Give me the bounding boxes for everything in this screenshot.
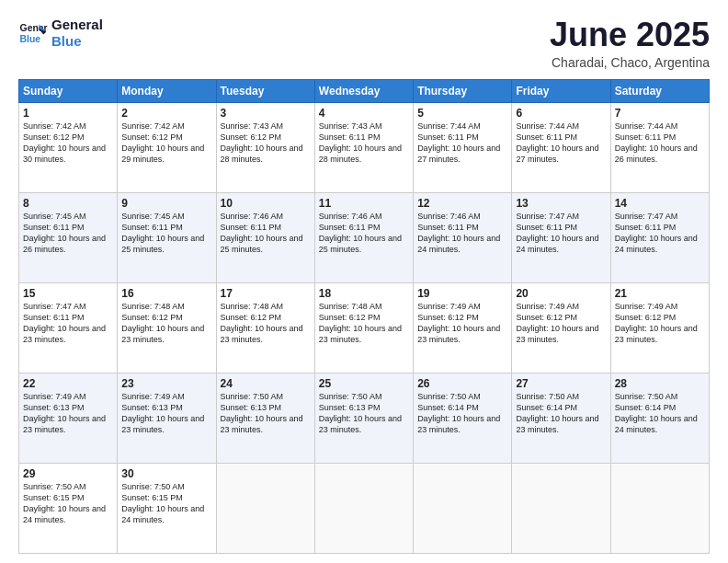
day-number: 2 <box>121 107 211 120</box>
day-info: Sunrise: 7:50 AMSunset: 6:14 PMDaylight:… <box>516 392 598 434</box>
day-number: 13 <box>516 197 606 210</box>
day-info: Sunrise: 7:50 AMSunset: 6:14 PMDaylight:… <box>615 392 698 434</box>
calendar-day-cell: 10Sunrise: 7:46 AMSunset: 6:11 PMDayligh… <box>216 192 314 282</box>
logo-icon: General Blue <box>18 18 48 48</box>
calendar-header-cell: Sunday <box>19 79 118 102</box>
day-number: 15 <box>23 287 113 300</box>
day-number: 12 <box>417 197 507 210</box>
calendar-day-cell: 7Sunrise: 7:44 AMSunset: 6:11 PMDaylight… <box>610 102 709 192</box>
calendar-day-cell <box>414 463 512 553</box>
calendar-day-cell: 19Sunrise: 7:49 AMSunset: 6:12 PMDayligh… <box>414 282 512 373</box>
calendar-day-cell: 3Sunrise: 7:43 AMSunset: 6:12 PMDaylight… <box>216 102 314 192</box>
calendar-body: 1Sunrise: 7:42 AMSunset: 6:12 PMDaylight… <box>19 102 710 553</box>
calendar-week-row: 22Sunrise: 7:49 AMSunset: 6:13 PMDayligh… <box>19 373 710 463</box>
title-block: June 2025 Charadai, Chaco, Argentina <box>550 17 710 70</box>
calendar-day-cell: 22Sunrise: 7:49 AMSunset: 6:13 PMDayligh… <box>19 373 118 463</box>
day-info: Sunrise: 7:47 AMSunset: 6:11 PMDaylight:… <box>23 302 106 344</box>
day-info: Sunrise: 7:50 AMSunset: 6:15 PMDaylight:… <box>23 482 106 524</box>
day-number: 28 <box>615 377 705 390</box>
day-number: 6 <box>516 107 606 120</box>
day-info: Sunrise: 7:45 AMSunset: 6:11 PMDaylight:… <box>23 212 106 254</box>
calendar-header-cell: Thursday <box>414 79 512 102</box>
calendar-header-cell: Tuesday <box>216 79 314 102</box>
day-number: 20 <box>516 287 606 300</box>
calendar-day-cell: 26Sunrise: 7:50 AMSunset: 6:14 PMDayligh… <box>414 373 512 463</box>
day-info: Sunrise: 7:50 AMSunset: 6:13 PMDaylight:… <box>319 392 402 434</box>
logo-blue: Blue <box>51 33 103 50</box>
day-info: Sunrise: 7:49 AMSunset: 6:12 PMDaylight:… <box>516 302 598 344</box>
day-number: 22 <box>23 377 113 390</box>
calendar-week-row: 1Sunrise: 7:42 AMSunset: 6:12 PMDaylight… <box>19 102 710 192</box>
day-number: 16 <box>121 287 211 300</box>
day-info: Sunrise: 7:48 AMSunset: 6:12 PMDaylight:… <box>319 302 402 344</box>
calendar-day-cell: 14Sunrise: 7:47 AMSunset: 6:11 PMDayligh… <box>610 192 709 282</box>
day-info: Sunrise: 7:44 AMSunset: 6:11 PMDaylight:… <box>417 121 500 164</box>
day-info: Sunrise: 7:49 AMSunset: 6:13 PMDaylight:… <box>121 392 204 434</box>
day-number: 8 <box>23 197 113 210</box>
day-info: Sunrise: 7:43 AMSunset: 6:11 PMDaylight:… <box>319 121 402 164</box>
calendar-header-row: SundayMondayTuesdayWednesdayThursdayFrid… <box>19 79 710 102</box>
day-info: Sunrise: 7:45 AMSunset: 6:11 PMDaylight:… <box>121 212 204 254</box>
calendar-day-cell: 16Sunrise: 7:48 AMSunset: 6:12 PMDayligh… <box>118 282 216 373</box>
day-number: 10 <box>221 197 311 210</box>
calendar-day-cell: 25Sunrise: 7:50 AMSunset: 6:13 PMDayligh… <box>314 373 413 463</box>
day-info: Sunrise: 7:48 AMSunset: 6:12 PMDaylight:… <box>121 302 204 344</box>
calendar-day-cell: 29Sunrise: 7:50 AMSunset: 6:15 PMDayligh… <box>19 463 118 553</box>
main-title: June 2025 <box>550 17 710 53</box>
day-info: Sunrise: 7:46 AMSunset: 6:11 PMDaylight:… <box>417 212 500 254</box>
calendar-header-cell: Monday <box>118 79 216 102</box>
calendar-day-cell: 2Sunrise: 7:42 AMSunset: 6:12 PMDaylight… <box>118 102 216 192</box>
calendar-day-cell: 4Sunrise: 7:43 AMSunset: 6:11 PMDaylight… <box>314 102 413 192</box>
day-number: 7 <box>615 107 705 120</box>
calendar-day-cell: 11Sunrise: 7:46 AMSunset: 6:11 PMDayligh… <box>314 192 413 282</box>
calendar-day-cell: 12Sunrise: 7:46 AMSunset: 6:11 PMDayligh… <box>414 192 512 282</box>
calendar-day-cell: 9Sunrise: 7:45 AMSunset: 6:11 PMDaylight… <box>118 192 216 282</box>
calendar-header-cell: Wednesday <box>314 79 413 102</box>
day-number: 5 <box>417 107 507 120</box>
day-number: 25 <box>319 377 409 390</box>
header: General Blue General Blue June 2025 Char… <box>18 17 710 70</box>
day-info: Sunrise: 7:46 AMSunset: 6:11 PMDaylight:… <box>221 212 303 254</box>
day-info: Sunrise: 7:47 AMSunset: 6:11 PMDaylight:… <box>516 212 598 254</box>
day-number: 11 <box>319 197 409 210</box>
day-info: Sunrise: 7:44 AMSunset: 6:11 PMDaylight:… <box>615 121 698 164</box>
calendar-table: SundayMondayTuesdayWednesdayThursdayFrid… <box>18 79 710 554</box>
calendar-day-cell: 27Sunrise: 7:50 AMSunset: 6:14 PMDayligh… <box>512 373 610 463</box>
page: General Blue General Blue June 2025 Char… <box>0 0 728 563</box>
day-info: Sunrise: 7:50 AMSunset: 6:13 PMDaylight:… <box>221 392 303 434</box>
logo-general: General <box>51 17 103 33</box>
day-info: Sunrise: 7:46 AMSunset: 6:11 PMDaylight:… <box>319 212 402 254</box>
calendar-day-cell <box>314 463 413 553</box>
day-info: Sunrise: 7:48 AMSunset: 6:12 PMDaylight:… <box>221 302 303 344</box>
day-number: 19 <box>417 287 507 300</box>
calendar-day-cell: 23Sunrise: 7:49 AMSunset: 6:13 PMDayligh… <box>118 373 216 463</box>
calendar-day-cell: 17Sunrise: 7:48 AMSunset: 6:12 PMDayligh… <box>216 282 314 373</box>
day-number: 24 <box>221 377 311 390</box>
day-number: 3 <box>221 107 311 120</box>
calendar-day-cell: 21Sunrise: 7:49 AMSunset: 6:12 PMDayligh… <box>610 282 709 373</box>
calendar-day-cell: 24Sunrise: 7:50 AMSunset: 6:13 PMDayligh… <box>216 373 314 463</box>
calendar-week-row: 15Sunrise: 7:47 AMSunset: 6:11 PMDayligh… <box>19 282 710 373</box>
calendar-day-cell: 30Sunrise: 7:50 AMSunset: 6:15 PMDayligh… <box>118 463 216 553</box>
day-number: 29 <box>23 467 113 480</box>
day-info: Sunrise: 7:44 AMSunset: 6:11 PMDaylight:… <box>516 121 598 164</box>
day-number: 14 <box>615 197 705 210</box>
day-number: 18 <box>319 287 409 300</box>
calendar-day-cell: 28Sunrise: 7:50 AMSunset: 6:14 PMDayligh… <box>610 373 709 463</box>
day-number: 26 <box>417 377 507 390</box>
day-number: 21 <box>615 287 705 300</box>
day-info: Sunrise: 7:49 AMSunset: 6:12 PMDaylight:… <box>417 302 500 344</box>
calendar-week-row: 8Sunrise: 7:45 AMSunset: 6:11 PMDaylight… <box>19 192 710 282</box>
calendar-day-cell <box>512 463 610 553</box>
day-info: Sunrise: 7:43 AMSunset: 6:12 PMDaylight:… <box>221 121 303 164</box>
subtitle: Charadai, Chaco, Argentina <box>550 55 710 70</box>
day-number: 4 <box>319 107 409 120</box>
calendar-week-row: 29Sunrise: 7:50 AMSunset: 6:15 PMDayligh… <box>19 463 710 553</box>
day-number: 27 <box>516 377 606 390</box>
day-info: Sunrise: 7:49 AMSunset: 6:13 PMDaylight:… <box>23 392 106 434</box>
day-number: 9 <box>121 197 211 210</box>
calendar-day-cell: 13Sunrise: 7:47 AMSunset: 6:11 PMDayligh… <box>512 192 610 282</box>
calendar-day-cell: 1Sunrise: 7:42 AMSunset: 6:12 PMDaylight… <box>19 102 118 192</box>
day-number: 23 <box>121 377 211 390</box>
day-info: Sunrise: 7:50 AMSunset: 6:14 PMDaylight:… <box>417 392 500 434</box>
